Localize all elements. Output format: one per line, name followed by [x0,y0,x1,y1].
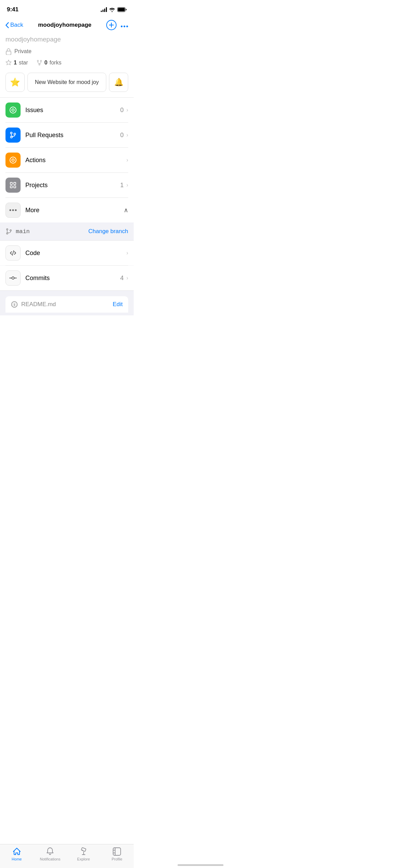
lock-icon [5,48,12,55]
wifi-icon [109,8,115,12]
readme-icon: i [11,301,18,308]
plus-icon [109,23,114,27]
pull-request-icon [9,131,17,139]
commits-menu-item[interactable]: Commits 4 › [0,266,134,290]
stats-row: 1 star 0 forks [0,57,134,70]
projects-label: Projects [25,182,120,189]
svg-point-25 [15,209,17,211]
svg-point-6 [124,25,125,27]
svg-rect-22 [14,186,16,188]
svg-rect-21 [10,186,12,188]
code-icon [9,249,17,257]
code-label: Code [25,250,126,257]
svg-point-17 [10,157,16,163]
status-bar: 9:41 [0,0,134,17]
svg-line-29 [12,251,14,255]
commits-icon-wrap [5,270,21,286]
nav-bar: Back moodjoyhomepage [0,17,134,34]
partial-title: moodjoyhomepage [0,34,134,46]
svg-point-7 [126,25,128,27]
signal-bars-icon [101,7,107,12]
description-button[interactable]: New Website for mood joy [27,73,106,92]
svg-rect-20 [14,182,16,184]
more-label: More [25,207,124,214]
star-label: star [19,60,28,66]
readme-section: i README.md Edit [0,291,134,315]
pull-requests-chevron-icon: › [126,132,128,138]
readme-row: i README.md Edit [5,296,128,313]
more-chevron-up-icon: ∧ [124,206,128,214]
svg-point-18 [12,159,14,161]
star-icon [5,60,12,66]
svg-point-23 [10,209,11,211]
issues-menu-item[interactable]: Issues 0 › [0,98,134,122]
svg-point-12 [10,107,16,113]
actions-icon [9,156,17,164]
star-count: 1 [14,60,17,66]
issues-count: 0 [120,107,124,114]
svg-point-30 [12,277,14,279]
svg-text:i: i [14,302,15,306]
pull-requests-count: 0 [120,132,124,139]
more-dots-icon [9,209,17,211]
svg-rect-2 [118,8,125,11]
action-buttons-row: ⭐ New Website for mood joy 🔔 [0,70,134,97]
fork-count: 0 [45,60,48,66]
notifications-button[interactable]: 🔔 [109,73,128,92]
nav-actions [106,20,128,30]
actions-icon-wrap [5,153,21,168]
projects-count: 1 [120,182,124,189]
change-branch-button[interactable]: Change branch [88,228,128,235]
branch-icon [5,228,12,235]
code-menu-item[interactable]: Code › [0,241,134,265]
svg-point-0 [112,11,113,12]
issues-icon [9,106,17,114]
readme-label: README.md [21,301,56,308]
actions-menu-item[interactable]: Actions › [0,148,134,172]
branch-left: main [5,228,30,235]
battery-icon [117,7,127,12]
svg-point-11 [39,64,40,65]
issues-icon-wrap [5,103,21,118]
star-button[interactable]: ⭐ [5,73,25,92]
status-time: 9:41 [7,6,19,13]
svg-point-13 [12,109,14,111]
status-icons [101,7,127,12]
back-chevron-icon [5,22,9,28]
svg-point-24 [12,209,14,211]
ellipsis-button[interactable] [121,21,128,29]
add-button[interactable] [106,20,117,30]
readme-left: i README.md [11,301,56,308]
commits-icon [9,274,17,282]
issues-chevron-icon: › [126,107,128,113]
private-label: Private [14,48,32,55]
pull-requests-menu-item[interactable]: Pull Requests 0 › [0,123,134,147]
commits-label: Commits [25,275,120,282]
commits-chevron-icon: › [126,275,128,281]
forks-stat[interactable]: 0 forks [36,60,62,66]
description-text: New Website for mood joy [35,79,99,85]
projects-chevron-icon: › [126,182,128,188]
svg-point-5 [121,25,123,27]
code-icon-wrap [5,245,21,261]
actions-label: Actions [25,157,124,164]
three-dots-icon [121,25,128,27]
stars-stat[interactable]: 1 star [5,60,28,66]
projects-menu-item[interactable]: Projects 1 › [0,173,134,197]
branch-section: main Change branch Code › [0,222,134,291]
svg-rect-8 [6,51,11,55]
fork-icon [36,60,42,66]
branch-name: main [16,228,30,235]
private-badge: Private [0,46,134,57]
edit-button[interactable]: Edit [113,301,123,308]
pull-requests-label: Pull Requests [25,132,120,139]
commits-count: 4 [120,275,124,282]
projects-icon [9,181,17,189]
more-menu-item[interactable]: More ∧ [0,198,134,222]
back-label: Back [10,22,23,28]
projects-icon-wrap [5,178,21,193]
nav-title: moodjoyhomepage [38,22,92,28]
pull-requests-icon-wrap [5,128,21,143]
back-button[interactable]: Back [5,22,23,28]
fork-label: forks [49,60,61,66]
